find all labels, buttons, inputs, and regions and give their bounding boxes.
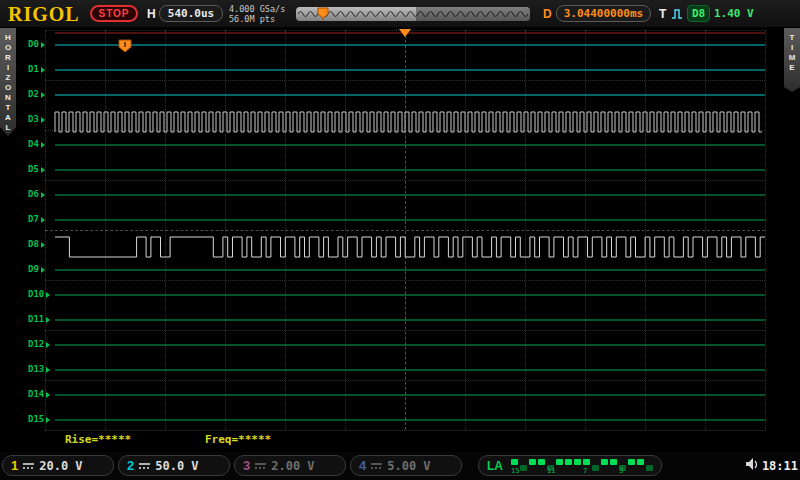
channel-label-d4[interactable]: D4: [28, 139, 45, 149]
channel1-status[interactable]: 1 20.0 V: [2, 455, 114, 476]
la-bit-indicator: [610, 459, 617, 465]
channel-marker-icon: [41, 242, 45, 248]
time-menu-tab[interactable]: TIME: [784, 28, 800, 92]
channel-label-d3[interactable]: D3: [28, 114, 45, 124]
channel4-number: 4: [359, 458, 366, 473]
acquisition-info: 4.000 GSa/s 56.0M pts: [229, 4, 285, 24]
channel1-number: 1: [11, 458, 18, 473]
system-time: 18:11: [762, 459, 798, 473]
la-status[interactable]: LA 151173: [478, 455, 662, 476]
rise-measurement: Rise=*****: [65, 433, 131, 446]
channel3-scale: 2.00 V: [271, 459, 314, 473]
channel-marker-icon: [41, 217, 45, 223]
channel-label-d5[interactable]: D5: [28, 164, 45, 174]
channel-marker-icon: [41, 42, 45, 48]
channel-label-d7[interactable]: D7: [28, 214, 45, 224]
channel4-scale: 5.00 V: [387, 459, 430, 473]
channel-marker-icon: [41, 92, 45, 98]
la-bit-indicator: [538, 459, 545, 465]
channel-marker-icon: [46, 367, 50, 373]
la-bit-indicator: [556, 459, 563, 465]
channel-label-d11[interactable]: D11: [28, 314, 50, 324]
channel2-scale: 50.0 V: [155, 459, 198, 473]
la-tick-numbers: 151173: [511, 467, 657, 475]
channel-label-d12[interactable]: D12: [28, 339, 50, 349]
channel1-scale: 20.0 V: [39, 459, 82, 473]
horizontal-menu-tab[interactable]: HORIZONTAL: [0, 28, 16, 136]
trigger-slope-icon: [671, 6, 684, 25]
channel-marker-icon: [41, 67, 45, 73]
channel-marker-icon: [46, 317, 50, 323]
channel-label-d14[interactable]: D14: [28, 389, 50, 399]
la-bit-indicator: [628, 459, 635, 465]
wave-d8: [55, 237, 765, 257]
trigger-label: T: [659, 7, 666, 21]
channel-marker-icon: [41, 167, 45, 173]
delay-label: D: [543, 7, 552, 21]
freq-measurement: Freq=*****: [205, 433, 271, 446]
channel-marker-icon: [46, 292, 50, 298]
dc-coupling-icon: [139, 462, 150, 470]
waveform-display-area: D0D1D2D3D4D5D6D7D8D9D10D11D12D13D14D15 R…: [16, 28, 784, 452]
channel-marker-icon: [46, 342, 50, 348]
memory-preview-waveform: [296, 7, 530, 21]
horizontal-menu-tab-label: HORIZONTAL: [4, 33, 13, 133]
la-bit-indicator: [637, 459, 644, 465]
horizontal-position-bar[interactable]: [296, 7, 530, 21]
la-label: LA: [487, 459, 503, 473]
time-menu-tab-label: TIME: [788, 33, 797, 73]
la-channel-indicators: 151173: [511, 455, 653, 476]
memory-depth: 56.0M pts: [229, 14, 285, 24]
waveform-canvas: [16, 28, 784, 452]
channel-label-d1[interactable]: D1: [28, 64, 45, 74]
channel-label-d0[interactable]: D0: [28, 39, 45, 49]
channel4-status[interactable]: 4 5.00 V: [350, 455, 462, 476]
channel-marker-icon: [41, 142, 45, 148]
horizontal-label: H: [147, 7, 156, 21]
channel2-number: 2: [127, 458, 134, 473]
delay-time-value[interactable]: 3.04400000ms: [556, 5, 651, 22]
channel3-status[interactable]: 3 2.00 V: [234, 455, 346, 476]
la-bit-indicator: [574, 459, 581, 465]
channel-marker-icon: [46, 392, 50, 398]
sample-rate: 4.000 GSa/s: [229, 4, 285, 14]
trigger-source-badge[interactable]: D8: [687, 5, 710, 22]
channel3-number: 3: [243, 458, 250, 473]
dc-coupling-icon: [371, 462, 382, 470]
clock-area: 18:11: [745, 457, 798, 475]
channel-marker-icon: [41, 267, 45, 273]
rigol-logo: RIGOL: [8, 3, 80, 26]
channel-label-d6[interactable]: D6: [28, 189, 45, 199]
channel-marker-icon: [41, 117, 45, 123]
wave-d3: [55, 112, 762, 132]
la-bit-indicator: [583, 459, 590, 465]
channel-label-d13[interactable]: D13: [28, 364, 50, 374]
la-bit-indicator: [511, 459, 518, 465]
bottom-bar: 1 20.0 V 2 50.0 V 3 2.00 V 4 5.00 V LA 1…: [0, 452, 800, 480]
la-bit-indicator: [601, 459, 608, 465]
timebase-value[interactable]: 540.0us: [159, 5, 223, 22]
channel-label-d9[interactable]: D9: [28, 264, 45, 274]
dc-coupling-icon: [23, 462, 34, 470]
run-state-badge[interactable]: STOP: [90, 5, 138, 22]
dc-coupling-icon: [255, 462, 266, 470]
speaker-icon[interactable]: [745, 457, 759, 475]
trigger-level-value: 1.40 V: [714, 7, 754, 20]
channel-label-d8[interactable]: D8: [28, 239, 45, 249]
channel-marker-icon: [41, 192, 45, 198]
top-bar: RIGOL STOP H 540.0us 4.000 GSa/s 56.0M p…: [0, 0, 800, 28]
la-bit-indicator: [565, 459, 572, 465]
oscilloscope-screen: RIGOL STOP H 540.0us 4.000 GSa/s 56.0M p…: [0, 0, 800, 480]
la-bit-indicator: [529, 459, 536, 465]
channel-label-d10[interactable]: D10: [28, 289, 50, 299]
channel-marker-icon: [46, 417, 50, 423]
channel-label-d2[interactable]: D2: [28, 89, 45, 99]
channel-label-d15[interactable]: D15: [28, 414, 50, 424]
channel2-status[interactable]: 2 50.0 V: [118, 455, 230, 476]
